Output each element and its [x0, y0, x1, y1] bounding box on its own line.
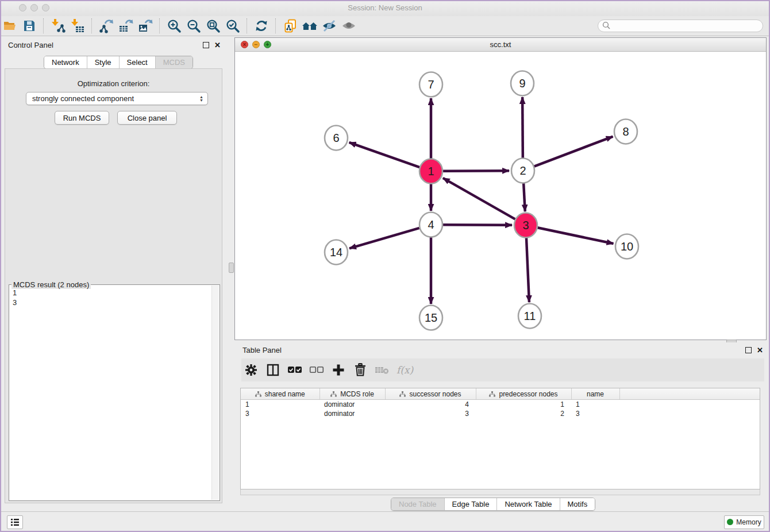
- mcds-result-list[interactable]: 13: [9, 287, 212, 500]
- tab-mcds[interactable]: MCDS: [155, 56, 192, 68]
- graph-edge-2-8[interactable]: [534, 137, 613, 167]
- refresh-icon[interactable]: [252, 17, 271, 34]
- criterion-select[interactable]: strongly connected component ▲▼: [26, 92, 208, 105]
- hierarchy-icon: [399, 391, 406, 397]
- graph-edge-3-11[interactable]: [526, 237, 529, 302]
- zoom-window-icon[interactable]: [42, 4, 49, 11]
- memory-button[interactable]: Memory: [724, 515, 764, 529]
- graph-node-14[interactable]: 14: [325, 240, 348, 265]
- tab-node-table[interactable]: Node Table: [391, 498, 444, 510]
- table-cell[interactable]: 1: [241, 400, 319, 410]
- tab-select[interactable]: Select: [119, 56, 155, 68]
- graph-node-2[interactable]: 2: [511, 159, 534, 183]
- graph-edge-4-14[interactable]: [349, 228, 419, 248]
- task-history-button[interactable]: [7, 515, 23, 529]
- table-scrollbar[interactable]: [240, 489, 760, 495]
- open-file-icon[interactable]: [0, 17, 20, 34]
- save-icon[interactable]: [20, 17, 39, 34]
- table-cell[interactable]: 3: [571, 409, 619, 418]
- table-cell[interactable]: 4: [385, 400, 476, 410]
- vertical-splitter[interactable]: [228, 37, 234, 507]
- table-row[interactable]: 3dominator323: [241, 409, 760, 418]
- graph-node-3[interactable]: 3: [514, 213, 537, 238]
- network-canvas[interactable]: 7968124314101511: [235, 52, 766, 340]
- export-image-icon[interactable]: [136, 17, 155, 34]
- graph-edge-3-1[interactable]: [443, 178, 515, 219]
- vertical-splitter-handle[interactable]: [229, 263, 234, 273]
- graph-node-15[interactable]: 15: [419, 306, 442, 330]
- control-panel-title: Control Panel: [8, 41, 53, 49]
- table-cell[interactable]: 3: [241, 409, 319, 418]
- graph-edge-2-3[interactable]: [523, 183, 525, 211]
- network-close-icon[interactable]: ×: [241, 41, 248, 48]
- table-row[interactable]: 1dominator411: [241, 400, 760, 410]
- close-panel-button[interactable]: Close panel: [117, 111, 177, 125]
- delete-column-icon[interactable]: [351, 360, 370, 380]
- graph-edge-2-9[interactable]: [522, 97, 523, 159]
- table-cell[interactable]: 1: [571, 400, 619, 410]
- zoom-fit-icon[interactable]: [203, 17, 223, 34]
- hide-selected-icon[interactable]: [319, 17, 339, 34]
- first-neighbors-icon[interactable]: [300, 17, 319, 34]
- graph-edge-3-10[interactable]: [538, 228, 614, 244]
- graph-node-1[interactable]: 1: [419, 159, 442, 184]
- graph-node-7[interactable]: 7: [419, 72, 442, 97]
- gear-icon[interactable]: [241, 360, 261, 380]
- close-panel-icon[interactable]: ✕: [214, 43, 221, 48]
- table-cell[interactable]: 3: [385, 409, 476, 418]
- result-scrollbar[interactable]: [211, 286, 219, 500]
- table-toolbar: f(x): [241, 358, 764, 381]
- import-network-icon[interactable]: [48, 17, 68, 34]
- svg-text:11: 11: [524, 310, 536, 322]
- run-mcds-button[interactable]: Run MCDS: [55, 111, 109, 125]
- import-table-icon[interactable]: [68, 17, 87, 34]
- tab-motifs[interactable]: Motifs: [560, 498, 595, 510]
- graph-node-10[interactable]: 10: [615, 234, 638, 259]
- duplicate-network-icon[interactable]: [280, 17, 300, 34]
- delete-table-icon: [372, 360, 392, 380]
- close-window-icon[interactable]: [19, 4, 26, 11]
- optimization-criterion-label: Optimization criterion:: [5, 79, 222, 88]
- graph-edge-1-2[interactable]: [443, 171, 509, 171]
- table-cell[interactable]: 1: [476, 400, 571, 410]
- graph-edge-4-3[interactable]: [443, 225, 512, 225]
- column-header-name[interactable]: name: [571, 388, 619, 400]
- network-minimize-icon[interactable]: −: [252, 41, 260, 48]
- table-cell[interactable]: dominator: [319, 409, 385, 418]
- column-header-predecessor-nodes[interactable]: predecessor nodes: [476, 388, 571, 400]
- export-network-icon[interactable]: [97, 17, 116, 34]
- zoom-selected-icon[interactable]: [223, 17, 242, 34]
- float-panel-icon[interactable]: [745, 347, 752, 353]
- zoom-in-icon[interactable]: [164, 17, 184, 34]
- minimize-window-icon[interactable]: [30, 4, 38, 11]
- tab-network-table[interactable]: Network Table: [496, 498, 559, 510]
- show-all-icon[interactable]: [339, 17, 359, 34]
- column-header-successor-nodes[interactable]: successor nodes: [385, 388, 476, 400]
- result-line: 3: [13, 298, 209, 307]
- search-input[interactable]: [598, 20, 763, 32]
- graph-edge-1-6[interactable]: [349, 142, 420, 167]
- tab-style[interactable]: Style: [87, 56, 119, 68]
- network-zoom-icon[interactable]: +: [264, 41, 271, 48]
- select-all-icon[interactable]: [285, 360, 305, 380]
- split-columns-icon[interactable]: [263, 360, 283, 380]
- graph-node-6[interactable]: 6: [325, 126, 348, 151]
- export-table-icon[interactable]: [116, 17, 136, 34]
- add-column-icon[interactable]: [329, 360, 348, 380]
- tab-network[interactable]: Network: [44, 56, 87, 68]
- deselect-all-icon[interactable]: [307, 360, 326, 380]
- graph-node-8[interactable]: 8: [614, 119, 637, 144]
- column-header-MCDS-role[interactable]: MCDS role: [319, 388, 385, 400]
- float-panel-icon[interactable]: [203, 42, 209, 48]
- table-cell[interactable]: dominator: [319, 400, 385, 410]
- close-panel-icon[interactable]: ✕: [757, 348, 763, 353]
- table-cell[interactable]: 2: [476, 409, 571, 418]
- node-table[interactable]: shared nameMCDS rolesuccessor nodesprede…: [240, 388, 760, 489]
- graph-node-4[interactable]: 4: [419, 213, 442, 237]
- zoom-out-icon[interactable]: [184, 17, 203, 34]
- column-header-shared-name[interactable]: shared name: [241, 388, 319, 400]
- graph-node-11[interactable]: 11: [518, 304, 541, 329]
- graph-node-9[interactable]: 9: [511, 71, 534, 96]
- tab-edge-table[interactable]: Edge Table: [444, 498, 497, 510]
- svg-text:10: 10: [621, 240, 633, 253]
